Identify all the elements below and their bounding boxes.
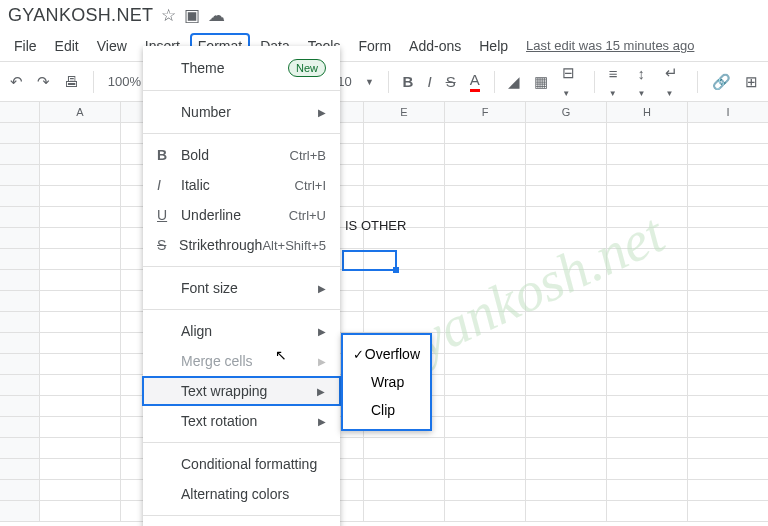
row-header[interactable] bbox=[0, 291, 40, 312]
cell[interactable] bbox=[607, 249, 688, 270]
cell[interactable] bbox=[445, 354, 526, 375]
select-all-corner[interactable] bbox=[0, 102, 40, 123]
last-edit-link[interactable]: Last edit was 15 minutes ago bbox=[526, 33, 694, 59]
fill-color-icon[interactable]: ◢ bbox=[508, 73, 520, 91]
cell[interactable] bbox=[445, 312, 526, 333]
cell[interactable] bbox=[40, 207, 121, 228]
cell[interactable] bbox=[607, 186, 688, 207]
col-header[interactable]: G bbox=[526, 102, 607, 123]
cell[interactable] bbox=[445, 375, 526, 396]
cell[interactable] bbox=[40, 438, 121, 459]
row-header[interactable] bbox=[0, 459, 40, 480]
print-icon[interactable]: 🖶 bbox=[64, 73, 79, 90]
cell[interactable] bbox=[526, 417, 607, 438]
cell[interactable] bbox=[688, 375, 768, 396]
cell[interactable] bbox=[526, 333, 607, 354]
cell[interactable] bbox=[445, 123, 526, 144]
cell[interactable] bbox=[607, 501, 688, 522]
cell[interactable] bbox=[364, 459, 445, 480]
cell[interactable] bbox=[688, 480, 768, 501]
cell[interactable] bbox=[526, 144, 607, 165]
cell[interactable] bbox=[40, 312, 121, 333]
cell[interactable] bbox=[688, 396, 768, 417]
merge-icon[interactable]: ⊟ ▼ bbox=[562, 64, 580, 99]
cell[interactable] bbox=[445, 480, 526, 501]
move-icon[interactable]: ▣ bbox=[184, 5, 200, 26]
row-header[interactable] bbox=[0, 438, 40, 459]
row-header[interactable] bbox=[0, 165, 40, 186]
cell[interactable] bbox=[526, 354, 607, 375]
cell[interactable] bbox=[445, 417, 526, 438]
cell[interactable] bbox=[688, 207, 768, 228]
cell[interactable] bbox=[40, 228, 121, 249]
menu-clear-formatting[interactable]: T× Clear formatting Ctrl+\ bbox=[143, 522, 340, 526]
menu-bold[interactable]: B Bold Ctrl+B bbox=[143, 140, 340, 170]
cell[interactable] bbox=[445, 186, 526, 207]
cell[interactable] bbox=[364, 291, 445, 312]
row-header[interactable] bbox=[0, 417, 40, 438]
submenu-wrap[interactable]: Wrap bbox=[343, 368, 430, 396]
cell[interactable] bbox=[40, 291, 121, 312]
col-header[interactable]: I bbox=[688, 102, 768, 123]
cell[interactable] bbox=[526, 123, 607, 144]
row-header[interactable] bbox=[0, 354, 40, 375]
cell[interactable] bbox=[688, 228, 768, 249]
cell[interactable] bbox=[526, 396, 607, 417]
cell[interactable] bbox=[607, 312, 688, 333]
submenu-clip[interactable]: Clip bbox=[343, 396, 430, 424]
row-header[interactable] bbox=[0, 480, 40, 501]
star-icon[interactable]: ☆ bbox=[161, 5, 176, 26]
cell[interactable] bbox=[445, 501, 526, 522]
cell[interactable] bbox=[688, 438, 768, 459]
cell[interactable] bbox=[688, 333, 768, 354]
halign-icon[interactable]: ≡ ▼ bbox=[609, 65, 624, 99]
cell[interactable] bbox=[607, 333, 688, 354]
cell[interactable] bbox=[688, 165, 768, 186]
cell[interactable] bbox=[445, 165, 526, 186]
cell[interactable] bbox=[526, 249, 607, 270]
col-header[interactable]: F bbox=[445, 102, 526, 123]
cell[interactable] bbox=[40, 459, 121, 480]
cell[interactable] bbox=[688, 417, 768, 438]
cell[interactable] bbox=[364, 438, 445, 459]
cell[interactable] bbox=[364, 312, 445, 333]
menu-edit[interactable]: Edit bbox=[47, 33, 87, 59]
comment-icon[interactable]: ⊞ bbox=[745, 73, 758, 91]
cell[interactable] bbox=[688, 354, 768, 375]
cell[interactable] bbox=[445, 144, 526, 165]
row-header[interactable] bbox=[0, 333, 40, 354]
cloud-icon[interactable]: ☁ bbox=[208, 5, 225, 26]
cell[interactable] bbox=[40, 396, 121, 417]
row-header[interactable] bbox=[0, 396, 40, 417]
cell[interactable] bbox=[526, 480, 607, 501]
row-header[interactable] bbox=[0, 312, 40, 333]
cell[interactable] bbox=[607, 438, 688, 459]
menu-theme[interactable]: Theme New bbox=[143, 52, 340, 84]
col-header[interactable]: A bbox=[40, 102, 121, 123]
cell[interactable] bbox=[526, 207, 607, 228]
menu-underline[interactable]: U Underline Ctrl+U bbox=[143, 200, 340, 230]
cell[interactable] bbox=[607, 417, 688, 438]
cell[interactable] bbox=[526, 438, 607, 459]
cell[interactable] bbox=[688, 186, 768, 207]
cell[interactable] bbox=[688, 291, 768, 312]
col-header[interactable]: H bbox=[607, 102, 688, 123]
spreadsheet-grid[interactable]: A B C D E F G H I bbox=[0, 102, 768, 522]
cell[interactable] bbox=[445, 249, 526, 270]
cell[interactable] bbox=[526, 501, 607, 522]
cell[interactable] bbox=[40, 375, 121, 396]
cell[interactable] bbox=[40, 123, 121, 144]
cell[interactable] bbox=[607, 165, 688, 186]
row-header[interactable] bbox=[0, 144, 40, 165]
row-header[interactable] bbox=[0, 207, 40, 228]
cell[interactable] bbox=[364, 186, 445, 207]
row-header[interactable] bbox=[0, 123, 40, 144]
menu-addons[interactable]: Add-ons bbox=[401, 33, 469, 59]
cell[interactable] bbox=[445, 228, 526, 249]
menu-merge[interactable]: Merge cells ▶ bbox=[143, 346, 340, 376]
cell[interactable] bbox=[688, 459, 768, 480]
menu-strikethrough[interactable]: S Strikethrough Alt+Shift+5 bbox=[143, 230, 340, 260]
row-header[interactable] bbox=[0, 375, 40, 396]
cell[interactable] bbox=[40, 417, 121, 438]
menu-number[interactable]: Number ▶ bbox=[143, 97, 340, 127]
